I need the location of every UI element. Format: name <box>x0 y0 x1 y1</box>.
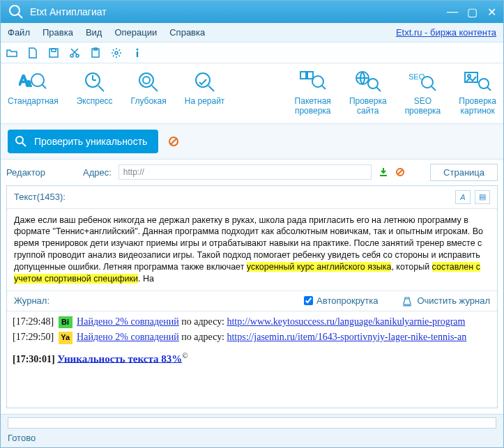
mode-deep[interactable]: Глубокая <box>131 69 167 107</box>
page-tab[interactable]: Страница <box>430 164 498 181</box>
minimize-button[interactable]: — <box>446 6 459 19</box>
maximize-button[interactable]: ▢ <box>466 6 478 19</box>
menu-view[interactable]: Вид <box>86 27 102 38</box>
check-uniqueness-button[interactable]: Проверить уникальность <box>8 130 158 153</box>
svg-point-19 <box>139 73 153 87</box>
svg-point-0 <box>10 6 20 15</box>
address-label: Адрес: <box>83 167 112 178</box>
highlight-span: ускоренный курс английского языка <box>247 262 392 272</box>
svg-rect-25 <box>307 72 313 79</box>
svg-line-21 <box>152 86 158 91</box>
journal-body: [17:29:48] Bi Найдено 2% совпадений по а… <box>7 311 497 373</box>
status-text: Готово <box>8 433 496 443</box>
mode-images[interactable]: Проверка картинок <box>459 69 496 116</box>
svg-line-23 <box>208 86 214 91</box>
svg-line-37 <box>487 87 491 91</box>
svg-line-18 <box>98 86 104 91</box>
svg-point-38 <box>16 137 23 144</box>
svg-rect-3 <box>52 49 56 52</box>
mode-site[interactable]: Проверка сайта <box>349 69 387 116</box>
rewrite-icon <box>189 69 221 94</box>
settings-icon[interactable] <box>111 47 123 59</box>
svg-line-27 <box>321 85 326 89</box>
svg-line-44 <box>398 170 402 174</box>
cut-icon[interactable] <box>69 47 82 59</box>
svg-point-22 <box>196 73 210 87</box>
layout-toggle-icon[interactable]: ▤ <box>475 190 490 204</box>
etxt-link[interactable]: Etxt.ru - биржа контента <box>396 27 496 38</box>
menu-file[interactable]: Файл <box>8 27 30 38</box>
stop-icon[interactable] <box>168 136 179 147</box>
images-icon <box>461 69 494 94</box>
new-file-icon[interactable] <box>27 47 40 59</box>
svg-text:a: a <box>26 77 31 88</box>
seo-icon: SEO <box>406 69 438 94</box>
svg-point-36 <box>479 79 489 88</box>
svg-point-8 <box>115 52 118 54</box>
batch-icon <box>297 69 329 94</box>
svg-point-5 <box>76 54 79 57</box>
mode-batch[interactable]: Пакетная проверка <box>295 69 331 116</box>
menu-edit[interactable]: Правка <box>43 27 73 38</box>
svg-point-20 <box>143 77 150 84</box>
source-url[interactable]: http://www.keytosuccess.ru/language/kani… <box>227 316 465 327</box>
svg-point-32 <box>422 77 433 88</box>
match-link[interactable]: Найдено 2% совпадений <box>77 332 179 342</box>
svg-rect-42 <box>380 175 387 176</box>
uniqueness-result: Уникальность текста 83% <box>57 353 182 364</box>
menu-help[interactable]: Справка <box>169 27 205 38</box>
progress-bar <box>8 417 496 428</box>
window-title: Etxt Антиплагиат <box>30 6 446 17</box>
svg-point-9 <box>137 48 139 50</box>
site-icon <box>352 69 384 94</box>
journal-row: [17:29:50] Ya Найдено 2% совпадений по а… <box>13 330 491 345</box>
highlight-toggle-icon[interactable]: A <box>455 190 471 204</box>
text-body[interactable]: Даже если ваш ребенок никогда не держал … <box>7 209 497 291</box>
download-icon[interactable] <box>379 167 388 177</box>
open-icon[interactable] <box>6 47 19 59</box>
svg-line-30 <box>376 87 381 91</box>
svg-line-39 <box>22 143 26 146</box>
text-header: Текст(1453): <box>14 192 455 202</box>
standard-icon: Aa <box>17 69 49 94</box>
autoscroll-checkbox[interactable]: Автопрокрутка <box>304 295 378 306</box>
info-icon[interactable] <box>132 47 144 59</box>
match-link[interactable]: Найдено 2% совпадений <box>77 316 179 327</box>
svg-line-33 <box>432 86 436 91</box>
menu-operations[interactable]: Операции <box>114 27 157 38</box>
mode-seo[interactable]: SEO SEO проверка <box>405 69 441 116</box>
address-input[interactable] <box>119 164 372 180</box>
paste-icon[interactable] <box>90 47 102 59</box>
svg-rect-2 <box>49 49 58 57</box>
mode-express[interactable]: Экспресс <box>77 69 113 107</box>
svg-line-14 <box>42 84 46 88</box>
svg-line-41 <box>171 139 176 144</box>
svg-rect-24 <box>300 72 306 79</box>
svg-point-35 <box>468 75 471 77</box>
deep-icon <box>132 69 165 94</box>
close-button[interactable]: ✕ <box>485 6 498 19</box>
batch-label: Пакетная проверка <box>295 97 331 116</box>
svg-point-4 <box>70 54 73 57</box>
express-icon <box>79 69 111 94</box>
journal-row: [17:29:48] Bi Найдено 2% совпадений по а… <box>13 314 491 330</box>
svg-line-1 <box>18 14 22 18</box>
mode-standard[interactable]: Aa Стандартная <box>8 69 59 107</box>
stop-small-icon[interactable] <box>395 167 405 177</box>
clear-journal-button[interactable]: Очистить журнал <box>402 295 490 307</box>
svg-point-29 <box>368 79 378 88</box>
mode-rewrite[interactable]: На рерайт <box>185 69 225 107</box>
svg-rect-10 <box>137 52 138 57</box>
app-logo <box>6 2 26 22</box>
journal-header: Журнал: <box>14 295 304 306</box>
save-icon[interactable] <box>48 47 61 59</box>
editor-label: Редактор <box>6 167 76 178</box>
source-url[interactable]: https://jasemin.ru/item/1643-sportivnyiy… <box>227 332 466 342</box>
